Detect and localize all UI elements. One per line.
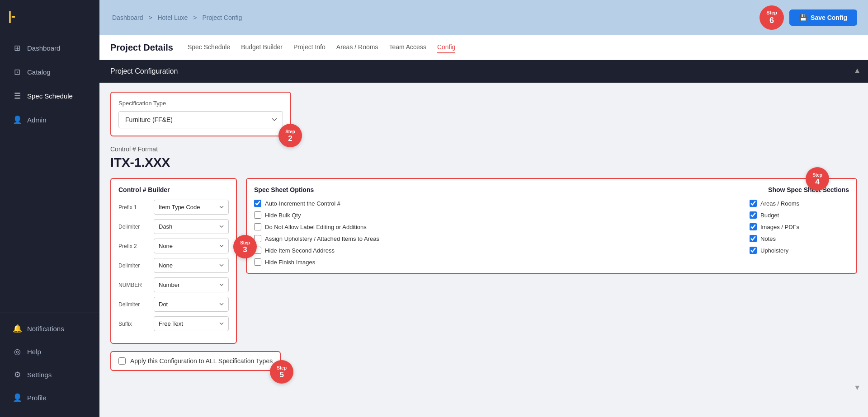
option-hide-second-addr: Hide Item Second Address	[254, 247, 750, 254]
areas-rooms-checkbox[interactable]	[750, 200, 757, 207]
sidebar: |- ⊞ Dashboard ⊡ Catalog ☰ Spec Schedule…	[0, 0, 99, 417]
step5-badge: Step 5	[270, 360, 293, 384]
builder-box: Control # Builder Prefix 1 Item Type Cod…	[110, 178, 237, 344]
logo-icon: |-	[8, 9, 15, 23]
prefix2-select[interactable]: None Item Type Code Custom	[154, 239, 229, 253]
step6-badge: Step 6	[760, 5, 784, 30]
builder-row-number: NUMBER Number	[118, 277, 229, 292]
topbar: Dashboard > Hotel Luxe > Project Config …	[99, 0, 868, 35]
apply-config-box: Apply this Configuration to ALL Specific…	[110, 351, 281, 371]
builder-title: Control # Builder	[118, 186, 229, 193]
scroll-up-arrow[interactable]: ▲	[854, 66, 861, 75]
sidebar-item-label: Dashboard	[27, 44, 60, 52]
two-col-layout: Control # Builder Prefix 1 Item Type Cod…	[110, 178, 857, 344]
budget-checkbox[interactable]	[750, 211, 757, 219]
auto-increment-checkbox[interactable]	[254, 200, 261, 207]
option-auto-increment: Auto-Increment the Control #	[254, 200, 750, 207]
save-config-button[interactable]: 💾 Save Config	[789, 9, 857, 26]
breadcrumb-sep2: >	[193, 14, 198, 21]
prefix1-select[interactable]: Item Type Code None Custom	[154, 200, 229, 215]
breadcrumb-sep1: >	[148, 14, 154, 21]
images-pdfs-checkbox[interactable]	[750, 223, 757, 230]
step3-badge: Step 3	[233, 235, 257, 258]
notes-checkbox[interactable]	[750, 235, 757, 242]
settings-icon: ⚙	[13, 370, 22, 380]
tab-areas-rooms[interactable]: Areas / Rooms	[336, 42, 378, 53]
sidebar-item-profile[interactable]: 👤 Profile	[4, 387, 96, 409]
step-number: 6	[769, 16, 774, 26]
sidebar-nav: ⊞ Dashboard ⊡ Catalog ☰ Spec Schedule 👤 …	[0, 33, 99, 313]
breadcrumb-project-config[interactable]: Project Config	[202, 14, 242, 21]
scroll-down-arrow[interactable]: ▼	[854, 384, 861, 391]
tab-project-info[interactable]: Project Info	[293, 42, 326, 53]
hide-bulk-qty-label: Hide Bulk Qty	[265, 212, 301, 219]
sidebar-item-label: Spec Schedule	[27, 92, 73, 100]
upholstery-label: Upholstery	[760, 247, 788, 254]
tab-config[interactable]: Config	[437, 42, 455, 53]
apply-config-wrapper: Apply this Configuration to ALL Specific…	[110, 344, 281, 371]
delim2-label: Delimiter	[118, 262, 149, 269]
spec-options-right: Areas / Rooms Budget Images / PDFs	[750, 200, 849, 266]
sidebar-item-help[interactable]: ◎ Help	[4, 341, 96, 363]
budget-label: Budget	[760, 212, 779, 219]
sidebar-item-admin[interactable]: 👤 Admin	[4, 109, 96, 131]
suffix-label: Suffix	[118, 321, 149, 327]
spec-type-select[interactable]: Furniture (FF&E) Equipment Materials Fin…	[118, 111, 283, 128]
sidebar-item-label: Settings	[27, 371, 52, 379]
upholstery-checkbox[interactable]	[750, 247, 757, 254]
breadcrumb-dashboard[interactable]: Dashboard	[112, 14, 143, 21]
sidebar-item-label: Admin	[27, 116, 47, 124]
apply-all-checkbox[interactable]	[118, 357, 126, 365]
builder-row-suffix: Suffix Free Text None Custom	[118, 316, 229, 331]
notes-label: Notes	[760, 235, 776, 242]
no-label-edit-checkbox[interactable]	[254, 223, 261, 230]
tab-team-access[interactable]: Team Access	[389, 42, 426, 53]
delim3-label: Delimiter	[118, 301, 149, 308]
delim2-select[interactable]: None Dash Dot Underscore	[154, 258, 229, 273]
sidebar-item-spec-schedule[interactable]: ☰ Spec Schedule	[4, 85, 96, 107]
breadcrumb: Dashboard > Hotel Luxe > Project Config	[110, 14, 244, 21]
admin-icon: 👤	[13, 115, 22, 125]
hide-bulk-qty-checkbox[interactable]	[254, 211, 261, 219]
spec-options-left: Auto-Increment the Control # Hide Bulk Q…	[254, 200, 750, 266]
hide-second-addr-label: Hide Item Second Address	[265, 247, 335, 254]
option-hide-bulk-qty: Hide Bulk Qty	[254, 211, 750, 219]
sidebar-item-catalog[interactable]: ⊡ Catalog	[4, 61, 96, 83]
hide-finish-imgs-label: Hide Finish Images	[265, 259, 315, 266]
sidebar-item-settings[interactable]: ⚙ Settings	[4, 364, 96, 386]
spec-type-label: Specification Type	[118, 100, 283, 107]
number-select[interactable]: Number	[154, 277, 229, 292]
topbar-right: Step 6 💾 Save Config	[760, 5, 857, 30]
step-num: 4	[815, 178, 819, 186]
main-content: Dashboard > Hotel Luxe > Project Config …	[99, 0, 868, 417]
images-pdfs-label: Images / PDFs	[760, 224, 799, 230]
number-label: NUMBER	[118, 282, 149, 288]
config-body: Specification Type Furniture (FF&E) Equi…	[99, 83, 868, 380]
show-upholstery: Upholstery	[750, 247, 849, 254]
help-icon: ◎	[13, 347, 22, 356]
spec-schedule-icon: ☰	[13, 91, 22, 101]
show-images-pdfs: Images / PDFs	[750, 223, 849, 230]
spec-options-header: Spec Sheet Options Show Spec Sheet Secti…	[254, 186, 849, 193]
tab-budget-builder[interactable]: Budget Builder	[241, 42, 283, 53]
option-no-label-edit: Do Not Allow Label Editing or Additions	[254, 223, 750, 230]
suffix-select[interactable]: Free Text None Custom	[154, 316, 229, 331]
sidebar-item-notifications[interactable]: 🔔 Notifications	[4, 318, 96, 340]
hide-finish-imgs-checkbox[interactable]	[254, 258, 261, 266]
delim1-select[interactable]: Dash Dot None Underscore	[154, 219, 229, 234]
sidebar-item-label: Profile	[27, 394, 47, 402]
control-format-value: ITX-1.XXX	[110, 155, 857, 170]
project-title: Project Details	[110, 42, 173, 53]
tab-spec-schedule[interactable]: Spec Schedule	[188, 42, 230, 53]
project-header: Project Details Spec Schedule Budget Bui…	[99, 35, 868, 60]
breadcrumb-hotel[interactable]: Hotel Luxe	[157, 14, 188, 21]
areas-rooms-label: Areas / Rooms	[760, 200, 799, 207]
step-num: 5	[279, 371, 283, 379]
option-assign-upholstery: Assign Upholstery / Attached Items to Ar…	[254, 235, 750, 242]
auto-increment-label: Auto-Increment the Control #	[265, 200, 340, 207]
save-icon: 💾	[799, 14, 807, 21]
config-header: Project Configuration ▲	[99, 60, 868, 83]
show-areas-rooms: Areas / Rooms	[750, 200, 849, 207]
delim3-select[interactable]: Dot Dash None Underscore	[154, 297, 229, 312]
sidebar-item-dashboard[interactable]: ⊞ Dashboard	[4, 37, 96, 59]
